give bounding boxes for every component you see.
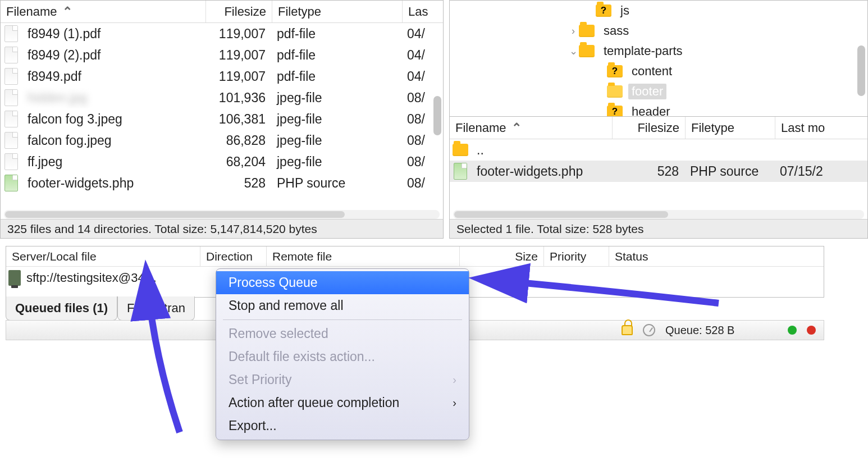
remote-tree[interactable]: js›sass⌄template-partscontentfooterheade… (449, 0, 868, 117)
local-status-bar: 325 files and 14 directories. Total size… (1, 219, 443, 238)
tree-item[interactable]: ⌄template-parts (450, 41, 867, 61)
file-icon (4, 47, 18, 63)
file-row[interactable]: footer-widgets.php528PHP source08/ (1, 172, 443, 194)
folder-icon (453, 144, 468, 156)
file-row[interactable]: falcon fog 3.jpeg106,381jpeg-file08/ (1, 108, 443, 130)
speed-meter-icon[interactable] (643, 324, 655, 336)
horizontal-scrollbar[interactable] (453, 210, 864, 219)
ctx-set-priority: Set Priority › (216, 368, 469, 391)
file-icon (4, 89, 18, 106)
file-icon (4, 111, 18, 127)
col-size[interactable]: Size (460, 246, 544, 266)
scrollbar-thumb[interactable] (454, 211, 668, 218)
filesize: 119,007 (205, 26, 271, 42)
file-row[interactable]: hidden.jpg101,936jpeg-file08/ (1, 87, 443, 108)
col-filename-label: Filename (6, 4, 57, 19)
tree-label: sass (600, 23, 632, 39)
ctx-remove-selected: Remove selected (216, 322, 469, 345)
col-filetype[interactable]: Filetype (686, 117, 775, 139)
filename: falcon fog 3.jpeg (22, 112, 205, 127)
lastmod: 04/ (401, 26, 443, 42)
remote-filetype: PHP source (684, 164, 774, 179)
col-filename[interactable]: Filename ⌃ (450, 117, 613, 139)
ctx-action-after-completion[interactable]: Action after queue completion › (216, 391, 469, 414)
filetype: jpeg-file (271, 112, 401, 127)
col-status[interactable]: Status (609, 246, 824, 266)
col-server[interactable]: Server/Local file (6, 246, 200, 266)
filename: hidden.jpg (22, 90, 205, 106)
folder-icon (607, 106, 623, 117)
file-row[interactable]: f8949 (1).pdf119,007pdf-file04/ (1, 23, 443, 44)
local-file-header: Filename ⌃ Filesize Filetype Las (1, 1, 443, 23)
tree-item[interactable]: content (450, 61, 867, 81)
tab-queued-files[interactable]: Queued files (1) (6, 296, 117, 321)
ctx-separator (223, 319, 462, 320)
php-file-icon (4, 175, 18, 191)
vertical-scrollbar[interactable] (433, 96, 441, 135)
col-filesize[interactable]: Filesize (613, 117, 686, 139)
ctx-process-queue[interactable]: Process Queue (216, 271, 469, 294)
parent-dir-row[interactable]: .. (450, 139, 867, 161)
filetype: pdf-file (271, 69, 401, 84)
parent-dir-label: .. (471, 143, 611, 158)
filesize: 101,936 (205, 90, 271, 106)
chevron-right-icon: › (453, 373, 456, 386)
lock-icon[interactable] (622, 325, 633, 335)
tree-item[interactable]: header (450, 102, 867, 117)
disclosure-icon[interactable]: ⌄ (568, 45, 579, 57)
filesize: 119,007 (205, 48, 271, 63)
ctx-export[interactable]: Export... (216, 414, 469, 437)
queue-size-label: Queue: 528 B (665, 324, 778, 337)
horizontal-scrollbar[interactable] (4, 210, 440, 219)
col-filename[interactable]: Filename ⌃ (1, 1, 206, 22)
file-icon (4, 132, 18, 149)
remote-file-pane: Filename ⌃ Filesize Filetype Last mo .. … (449, 117, 868, 239)
filetype: pdf-file (271, 48, 401, 63)
remote-file-row[interactable]: footer-widgets.php 528 PHP source 07/15/… (450, 161, 867, 182)
filetype: jpeg-file (271, 154, 401, 170)
col-priority[interactable]: Priority (544, 246, 609, 266)
col-remote[interactable]: Remote file (267, 246, 460, 266)
remote-file-header: Filename ⌃ Filesize Filetype Last mo (450, 117, 867, 139)
queue-context-menu: Process Queue Stop and remove all Remove… (216, 268, 469, 440)
chevron-right-icon: › (453, 396, 456, 409)
filesize: 106,381 (205, 112, 271, 127)
col-filetype[interactable]: Filetype (272, 1, 403, 22)
tree-item[interactable]: footer (450, 81, 867, 102)
tree-item[interactable]: ›sass (450, 21, 867, 41)
file-row[interactable]: falcon fog.jpeg86,828jpeg-file08/ (1, 130, 443, 151)
local-file-list[interactable]: f8949 (1).pdf119,007pdf-file04/f8949 (2)… (1, 23, 443, 194)
tree-label: header (628, 104, 674, 117)
sort-asc-icon: ⌃ (511, 121, 522, 135)
disclosure-icon[interactable]: › (568, 25, 579, 37)
file-icon (4, 68, 18, 85)
col-lastmod[interactable]: Last mo (775, 117, 867, 139)
folder-icon (596, 4, 611, 17)
col-lastmod[interactable]: Las (403, 1, 443, 22)
file-row[interactable]: f8949 (2).pdf119,007pdf-file04/ (1, 44, 443, 66)
folder-icon (579, 45, 595, 57)
col-direction[interactable]: Direction (200, 246, 267, 266)
file-row[interactable]: f8949.pdf119,007pdf-file04/ (1, 66, 443, 87)
status-dot-green (788, 326, 797, 335)
scrollbar-thumb[interactable] (5, 211, 345, 218)
remote-status-bar: Selected 1 file. Total size: 528 bytes (450, 219, 867, 238)
annotation-arrow-left (129, 270, 202, 441)
filetype: PHP source (271, 176, 401, 191)
filename: falcon fog.jpeg (22, 133, 205, 148)
vertical-scrollbar[interactable] (857, 45, 865, 96)
tree-label: template-parts (600, 43, 686, 59)
file-row[interactable]: ff.jpeg68,204jpeg-file08/ (1, 151, 443, 172)
ctx-stop-remove-all[interactable]: Stop and remove all (216, 294, 469, 317)
file-icon (4, 153, 18, 170)
col-filesize[interactable]: Filesize (206, 1, 272, 22)
filename: f8949 (1).pdf (22, 26, 205, 42)
tree-label: footer (628, 84, 666, 99)
filename: f8949.pdf (22, 69, 205, 84)
filetype: pdf-file (271, 26, 401, 42)
tree-item[interactable]: js (450, 1, 867, 21)
annotation-arrow-right (477, 264, 724, 318)
folder-icon (607, 65, 623, 77)
lastmod: 08/ (401, 154, 443, 170)
remote-lastmod: 07/15/2 (774, 164, 867, 179)
